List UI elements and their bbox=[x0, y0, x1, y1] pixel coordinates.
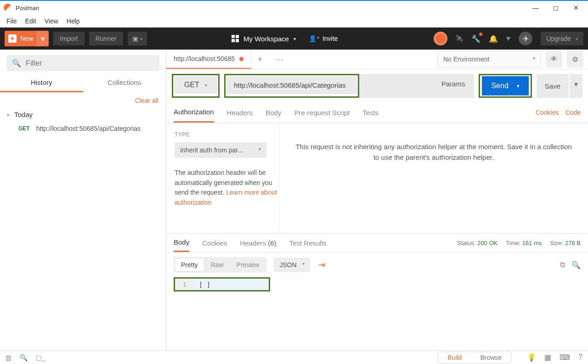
copy-icon[interactable]: ⧉ bbox=[560, 261, 565, 269]
help-icon[interactable]: ? bbox=[578, 353, 582, 362]
capture-icon[interactable]: 🛰 bbox=[456, 34, 463, 43]
url-input[interactable]: http://localhost:50685/api/Categorias bbox=[226, 76, 357, 94]
code-link[interactable]: Code bbox=[565, 109, 581, 116]
tab-options-button[interactable]: ⋯ bbox=[269, 54, 290, 64]
filter-input[interactable] bbox=[26, 59, 154, 67]
menu-file[interactable]: File bbox=[6, 17, 17, 25]
auth-helper-text: This request is not inheriting any autho… bbox=[279, 123, 588, 233]
invite-label: Invite bbox=[322, 35, 338, 42]
settings-icon[interactable]: ⚙ bbox=[567, 51, 583, 67]
tab-history[interactable]: History bbox=[0, 74, 83, 92]
tab-prerequest[interactable]: Pre-request Script bbox=[294, 103, 350, 122]
clear-all-link[interactable]: Clear all bbox=[0, 92, 166, 107]
sync-icon[interactable] bbox=[434, 32, 447, 45]
response-body-highlight: 1 [ ] bbox=[174, 277, 270, 291]
request-tab[interactable]: http://localhost:50685 bbox=[166, 50, 251, 69]
format-selector[interactable]: JSON▾ bbox=[274, 258, 310, 272]
new-window-button[interactable]: ▣▾ bbox=[128, 32, 147, 45]
find-replace-icon[interactable]: 🔍 bbox=[20, 354, 28, 361]
new-label: New bbox=[20, 35, 36, 42]
unsaved-dot-icon bbox=[239, 57, 243, 61]
person-plus-icon: 👤⁺ bbox=[309, 35, 320, 42]
close-icon[interactable]: ✕ bbox=[571, 4, 581, 11]
send-button[interactable]: Send▾ bbox=[482, 76, 528, 95]
view-pretty[interactable]: Pretty bbox=[175, 258, 204, 272]
view-preview[interactable]: Preview bbox=[230, 258, 266, 272]
menu-edit[interactable]: Edit bbox=[25, 17, 36, 25]
two-pane-icon[interactable]: ▦ bbox=[544, 353, 551, 362]
import-button[interactable]: Import bbox=[53, 32, 85, 45]
method-selector[interactable]: GET▾ bbox=[174, 76, 217, 94]
group-label: Today bbox=[14, 111, 33, 118]
history-method: GET bbox=[18, 125, 30, 132]
menu-view[interactable]: View bbox=[45, 17, 58, 25]
minimize-icon[interactable]: — bbox=[531, 4, 540, 11]
grid-icon bbox=[232, 35, 239, 42]
history-item[interactable]: GET http://localhost:50685/api/Categoria… bbox=[0, 122, 166, 135]
new-tab-button[interactable]: + bbox=[251, 55, 269, 64]
status-value: 200 OK bbox=[477, 240, 498, 246]
invite-button[interactable]: 👤⁺ Invite bbox=[309, 35, 338, 42]
resp-tab-tests[interactable]: Test Results bbox=[289, 235, 327, 252]
highlight-url: http://localhost:50685/api/Categorias bbox=[224, 74, 359, 98]
bootcamp-hint-icon[interactable]: 💡 bbox=[527, 353, 536, 362]
params-button[interactable]: Params bbox=[432, 74, 475, 98]
plus-icon: + bbox=[8, 34, 17, 43]
tab-authorization[interactable]: Authorization bbox=[174, 102, 214, 123]
find-icon[interactable]: 🔍 bbox=[571, 261, 581, 269]
wrench-icon[interactable]: 🔧 bbox=[471, 34, 481, 43]
maximize-icon[interactable]: ◻ bbox=[551, 4, 560, 11]
keyboard-shortcuts-icon[interactable]: ⌨ bbox=[560, 353, 570, 362]
window-title: Postman bbox=[16, 5, 39, 11]
auth-type-selector[interactable]: Inherit auth from par...▾ bbox=[175, 142, 266, 158]
env-quicklook-icon[interactable]: 👁 bbox=[546, 51, 562, 67]
resp-tab-headers[interactable]: Headers (6) bbox=[240, 235, 276, 252]
bell-icon[interactable]: 🔔 bbox=[489, 34, 498, 43]
tab-tests[interactable]: Tests bbox=[362, 103, 379, 122]
save-dropdown-icon[interactable]: ▾ bbox=[570, 74, 582, 98]
workspace-selector[interactable]: My Workspace ▾ bbox=[232, 35, 296, 43]
environment-label: No Environment bbox=[443, 56, 489, 63]
filter-box[interactable]: 🔍 bbox=[6, 55, 159, 71]
sidebar-toggle-icon[interactable]: ▥ bbox=[6, 354, 11, 361]
highlight-send: Send▾ bbox=[479, 74, 531, 98]
upgrade-button[interactable]: Upgrade▾ bbox=[541, 32, 583, 45]
tab-collections[interactable]: Collections bbox=[83, 74, 166, 92]
response-body-text[interactable]: [ ] bbox=[194, 281, 215, 288]
method-label: GET bbox=[184, 81, 199, 89]
window-titlebar: Postman — ◻ ✕ bbox=[0, 0, 588, 15]
time-label: Time: bbox=[506, 240, 520, 246]
heart-icon[interactable]: ♥ bbox=[506, 34, 511, 43]
runner-button[interactable]: Runner bbox=[89, 32, 123, 45]
mode-browse[interactable]: Browse bbox=[471, 352, 511, 363]
save-button[interactable]: Save bbox=[537, 74, 569, 98]
new-dropdown-icon[interactable]: ▾ bbox=[36, 31, 49, 46]
headers-count: (6) bbox=[268, 239, 276, 247]
menu-help[interactable]: Help bbox=[67, 17, 80, 25]
workspace-label: My Workspace bbox=[243, 35, 289, 43]
tab-headers[interactable]: Headers bbox=[227, 103, 253, 122]
save-label: Save bbox=[545, 82, 560, 90]
statusbar: ▥ 🔍 ▢_ Build Browse 💡 ▦ ⌨ ? bbox=[0, 350, 588, 364]
new-button[interactable]: + New ▾ bbox=[5, 31, 49, 46]
cookies-link[interactable]: Cookies bbox=[536, 109, 559, 116]
time-value: 161 ms bbox=[522, 240, 542, 246]
console-icon[interactable]: ▢_ bbox=[36, 354, 45, 361]
search-icon: 🔍 bbox=[12, 59, 21, 67]
upgrade-label: Upgrade bbox=[546, 35, 571, 42]
mode-toggle[interactable]: Build Browse bbox=[438, 352, 511, 364]
environment-selector[interactable]: No Environment▾ bbox=[437, 51, 541, 67]
postman-logo-icon bbox=[4, 4, 12, 12]
view-raw[interactable]: Raw bbox=[204, 258, 230, 272]
wrap-line-icon[interactable]: ⇥ bbox=[318, 260, 325, 270]
auth-type-value: Inherit auth from par... bbox=[180, 146, 243, 154]
tab-body[interactable]: Body bbox=[266, 103, 281, 122]
resp-tab-cookies[interactable]: Cookies bbox=[202, 235, 227, 252]
format-label: JSON bbox=[279, 261, 296, 269]
history-group-today[interactable]: ▸Today bbox=[0, 107, 166, 122]
resp-tab-body[interactable]: Body bbox=[174, 234, 189, 252]
size-label: Size: bbox=[550, 240, 563, 246]
history-url: http://localhost:50685/api/Categorias bbox=[36, 125, 141, 132]
mode-build[interactable]: Build bbox=[438, 352, 471, 363]
bootcamp-icon[interactable]: ✈ bbox=[519, 32, 532, 45]
